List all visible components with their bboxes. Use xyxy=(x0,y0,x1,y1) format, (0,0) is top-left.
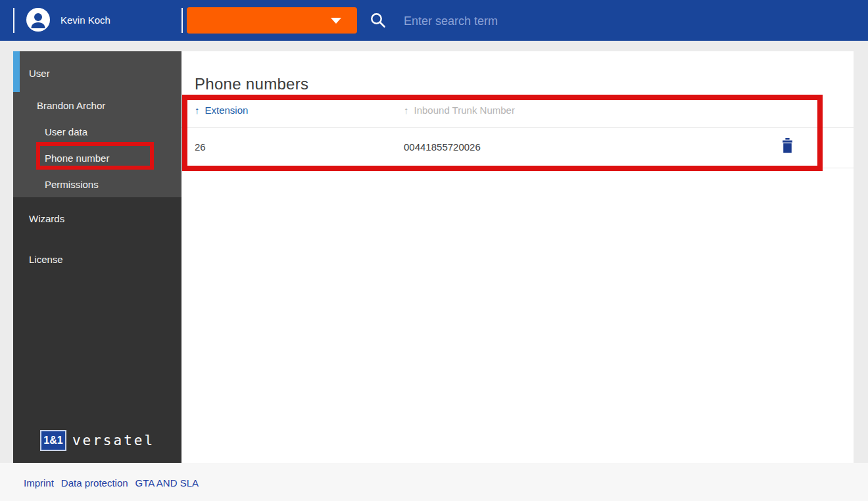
brand-logo: 1&1 versatel xyxy=(13,430,181,451)
user-name: Kevin Koch xyxy=(60,0,110,41)
footer-link-gta-and-sla[interactable]: GTA AND SLA xyxy=(135,477,199,489)
sort-asc-icon: ↑ xyxy=(195,105,200,116)
column-header-label: Inbound Trunk Number xyxy=(414,105,515,116)
delete-button[interactable] xyxy=(781,138,793,155)
active-indicator xyxy=(13,51,20,92)
divider xyxy=(13,8,14,33)
footer-link-imprint[interactable]: Imprint xyxy=(24,477,54,489)
sidebar-item-license[interactable]: License xyxy=(29,254,63,265)
table-row: 26 00441855720026 xyxy=(181,128,854,168)
table-header: ↑Extension ↑Inbound Trunk Number xyxy=(181,95,854,128)
logo-brand-text: versatel xyxy=(72,433,155,448)
column-header-label: Extension xyxy=(205,105,249,116)
sort-asc-icon: ↑ xyxy=(404,105,409,116)
logo-1and1-badge: 1&1 xyxy=(40,430,66,451)
footer: Imprint Data protection GTA AND SLA xyxy=(0,463,868,501)
trash-icon xyxy=(783,138,792,153)
sidebar-item-user-data[interactable]: User data xyxy=(45,126,87,137)
sidebar-user-section: User Brandon Archor User data Phone numb… xyxy=(13,51,181,197)
search-input[interactable] xyxy=(402,9,681,33)
chevron-down-icon xyxy=(331,18,341,24)
cell-inbound-trunk-number: 00441855720026 xyxy=(404,141,481,153)
divider xyxy=(181,8,183,33)
sidebar-item-brandon-archor[interactable]: Brandon Archor xyxy=(37,100,105,111)
sidebar-item-permissions[interactable]: Permissions xyxy=(45,179,99,190)
user-avatar[interactable] xyxy=(26,8,50,32)
sidebar-item-phone-number[interactable]: Phone number xyxy=(45,153,109,164)
top-bar: Kevin Koch xyxy=(0,0,868,41)
page-title: Phone numbers xyxy=(195,75,308,93)
sidebar-item-user[interactable]: User xyxy=(29,68,50,79)
sidebar: User Brandon Archor User data Phone numb… xyxy=(13,51,181,463)
cell-extension: 26 xyxy=(195,141,206,153)
footer-links: Imprint Data protection GTA AND SLA xyxy=(24,477,199,489)
sidebar-item-wizards[interactable]: Wizards xyxy=(29,213,64,224)
dropdown-button[interactable] xyxy=(187,7,357,34)
search-icon[interactable] xyxy=(370,12,387,29)
main-content: Phone numbers ↑Extension ↑Inbound Trunk … xyxy=(181,51,854,463)
user-icon xyxy=(26,8,50,32)
footer-link-data-protection[interactable]: Data protection xyxy=(61,477,128,489)
column-header-extension[interactable]: ↑Extension xyxy=(195,105,248,116)
column-header-inbound-trunk-number[interactable]: ↑Inbound Trunk Number xyxy=(404,105,515,116)
